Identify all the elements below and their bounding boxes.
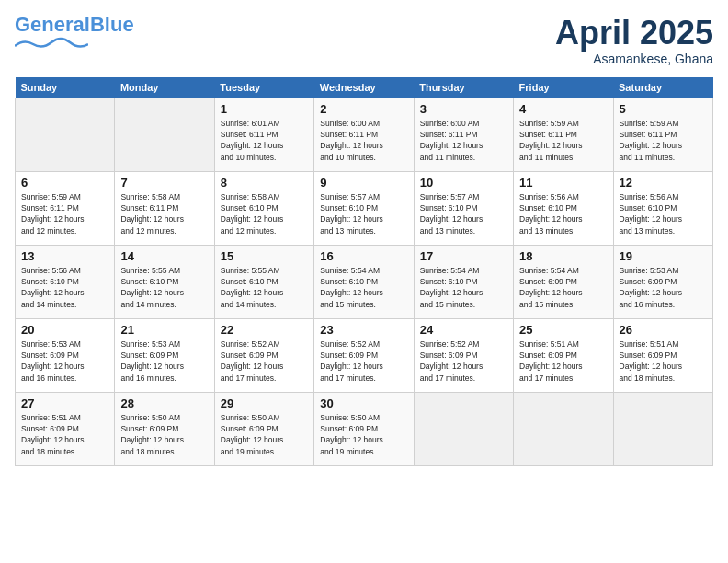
day-info: Sunrise: 5:52 AMSunset: 6:09 PMDaylight:…	[420, 339, 507, 384]
logo-general: General	[15, 13, 90, 36]
calendar-cell	[414, 392, 513, 465]
day-info: Sunrise: 5:51 AMSunset: 6:09 PMDaylight:…	[21, 412, 108, 457]
day-info: Sunrise: 6:00 AMSunset: 6:11 PMDaylight:…	[320, 118, 407, 163]
calendar-cell: 27Sunrise: 5:51 AMSunset: 6:09 PMDayligh…	[16, 392, 115, 465]
calendar-cell	[115, 98, 214, 171]
calendar-cell: 23Sunrise: 5:52 AMSunset: 6:09 PMDayligh…	[314, 318, 414, 392]
day-info: Sunrise: 5:50 AMSunset: 6:09 PMDaylight:…	[320, 412, 407, 457]
day-number: 15	[221, 249, 308, 263]
calendar-cell: 18Sunrise: 5:54 AMSunset: 6:09 PMDayligh…	[514, 245, 613, 318]
day-info: Sunrise: 5:59 AMSunset: 6:11 PMDaylight:…	[519, 118, 607, 163]
column-header-monday: Monday	[115, 77, 214, 98]
day-number: 18	[519, 249, 607, 263]
title-block: April 2025 Asamankese, Ghana	[555, 15, 713, 66]
day-number: 2	[320, 102, 407, 116]
day-info: Sunrise: 5:56 AMSunset: 6:10 PMDaylight:…	[519, 191, 607, 236]
day-number: 1	[221, 102, 308, 116]
calendar-cell: 16Sunrise: 5:54 AMSunset: 6:10 PMDayligh…	[314, 245, 414, 318]
page-header: GeneralBlue April 2025 Asamankese, Ghana	[15, 15, 713, 66]
day-number: 10	[420, 176, 507, 190]
calendar-cell: 24Sunrise: 5:52 AMSunset: 6:09 PMDayligh…	[414, 318, 513, 392]
location: Asamankese, Ghana	[555, 52, 713, 66]
day-info: Sunrise: 6:00 AMSunset: 6:11 PMDaylight:…	[420, 118, 507, 163]
week-row-2: 6Sunrise: 5:59 AMSunset: 6:11 PMDaylight…	[16, 171, 713, 245]
calendar-cell: 17Sunrise: 5:54 AMSunset: 6:10 PMDayligh…	[414, 245, 513, 318]
header-row: SundayMondayTuesdayWednesdayThursdayFrid…	[16, 77, 713, 98]
day-number: 8	[221, 176, 308, 190]
day-info: Sunrise: 5:58 AMSunset: 6:10 PMDaylight:…	[221, 191, 308, 236]
calendar-cell: 20Sunrise: 5:53 AMSunset: 6:09 PMDayligh…	[16, 318, 115, 392]
logo-blue: Blue	[90, 13, 134, 36]
logo: GeneralBlue	[15, 15, 134, 52]
day-info: Sunrise: 5:56 AMSunset: 6:10 PMDaylight:…	[620, 191, 707, 236]
day-info: Sunrise: 5:57 AMSunset: 6:10 PMDaylight:…	[420, 191, 507, 236]
calendar-cell: 22Sunrise: 5:52 AMSunset: 6:09 PMDayligh…	[214, 318, 313, 392]
calendar-cell: 25Sunrise: 5:51 AMSunset: 6:09 PMDayligh…	[514, 318, 613, 392]
week-row-3: 13Sunrise: 5:56 AMSunset: 6:10 PMDayligh…	[16, 245, 713, 318]
day-info: Sunrise: 5:52 AMSunset: 6:09 PMDaylight:…	[320, 339, 407, 384]
calendar-cell: 9Sunrise: 5:57 AMSunset: 6:10 PMDaylight…	[314, 171, 414, 245]
day-number: 20	[21, 323, 108, 337]
calendar-cell: 30Sunrise: 5:50 AMSunset: 6:09 PMDayligh…	[314, 392, 414, 465]
calendar-cell: 8Sunrise: 5:58 AMSunset: 6:10 PMDaylight…	[214, 171, 313, 245]
column-header-wednesday: Wednesday	[314, 77, 414, 98]
day-info: Sunrise: 5:50 AMSunset: 6:09 PMDaylight:…	[221, 412, 308, 457]
day-number: 26	[620, 323, 707, 337]
day-info: Sunrise: 5:54 AMSunset: 6:10 PMDaylight:…	[420, 265, 507, 310]
calendar-cell: 29Sunrise: 5:50 AMSunset: 6:09 PMDayligh…	[214, 392, 313, 465]
day-number: 13	[21, 249, 108, 263]
calendar-table: SundayMondayTuesdayWednesdayThursdayFrid…	[15, 77, 713, 466]
day-info: Sunrise: 5:57 AMSunset: 6:10 PMDaylight:…	[320, 191, 407, 236]
day-number: 14	[120, 249, 208, 263]
day-info: Sunrise: 5:53 AMSunset: 6:09 PMDaylight:…	[620, 265, 707, 310]
day-number: 23	[320, 323, 407, 337]
week-row-1: 1Sunrise: 6:01 AMSunset: 6:11 PMDaylight…	[16, 98, 713, 171]
day-number: 19	[620, 249, 707, 263]
day-info: Sunrise: 5:55 AMSunset: 6:10 PMDaylight:…	[120, 265, 208, 310]
day-info: Sunrise: 5:59 AMSunset: 6:11 PMDaylight:…	[21, 191, 108, 236]
day-number: 28	[120, 396, 208, 410]
calendar-cell: 6Sunrise: 5:59 AMSunset: 6:11 PMDaylight…	[16, 171, 115, 245]
day-number: 11	[519, 176, 607, 190]
day-number: 22	[221, 323, 308, 337]
day-info: Sunrise: 5:53 AMSunset: 6:09 PMDaylight:…	[21, 339, 108, 384]
calendar-cell	[514, 392, 613, 465]
day-info: Sunrise: 5:54 AMSunset: 6:09 PMDaylight:…	[519, 265, 607, 310]
day-number: 4	[519, 102, 607, 116]
calendar-cell: 7Sunrise: 5:58 AMSunset: 6:11 PMDaylight…	[115, 171, 214, 245]
day-number: 24	[420, 323, 507, 337]
calendar-cell: 11Sunrise: 5:56 AMSunset: 6:10 PMDayligh…	[514, 171, 613, 245]
calendar-cell: 26Sunrise: 5:51 AMSunset: 6:09 PMDayligh…	[613, 318, 712, 392]
calendar-cell: 1Sunrise: 6:01 AMSunset: 6:11 PMDaylight…	[214, 98, 313, 171]
week-row-5: 27Sunrise: 5:51 AMSunset: 6:09 PMDayligh…	[16, 392, 713, 465]
calendar-cell: 15Sunrise: 5:55 AMSunset: 6:10 PMDayligh…	[214, 245, 313, 318]
column-header-sunday: Sunday	[16, 77, 115, 98]
day-info: Sunrise: 5:51 AMSunset: 6:09 PMDaylight:…	[620, 339, 707, 384]
day-number: 21	[120, 323, 208, 337]
day-info: Sunrise: 5:58 AMSunset: 6:11 PMDaylight:…	[120, 191, 208, 236]
logo-wave-icon	[15, 35, 88, 52]
column-header-thursday: Thursday	[414, 77, 513, 98]
calendar-cell: 14Sunrise: 5:55 AMSunset: 6:10 PMDayligh…	[115, 245, 214, 318]
calendar-cell: 12Sunrise: 5:56 AMSunset: 6:10 PMDayligh…	[613, 171, 712, 245]
day-info: Sunrise: 5:52 AMSunset: 6:09 PMDaylight:…	[221, 339, 308, 384]
calendar-cell: 5Sunrise: 5:59 AMSunset: 6:11 PMDaylight…	[613, 98, 712, 171]
day-number: 17	[420, 249, 507, 263]
month-title: April 2025	[555, 15, 713, 52]
day-number: 12	[620, 176, 707, 190]
calendar-cell	[16, 98, 115, 171]
calendar-cell: 3Sunrise: 6:00 AMSunset: 6:11 PMDaylight…	[414, 98, 513, 171]
day-number: 5	[620, 102, 707, 116]
day-number: 30	[320, 396, 407, 410]
calendar-cell: 28Sunrise: 5:50 AMSunset: 6:09 PMDayligh…	[115, 392, 214, 465]
column-header-saturday: Saturday	[613, 77, 712, 98]
calendar-cell: 10Sunrise: 5:57 AMSunset: 6:10 PMDayligh…	[414, 171, 513, 245]
day-number: 9	[320, 176, 407, 190]
day-info: Sunrise: 5:51 AMSunset: 6:09 PMDaylight:…	[519, 339, 607, 384]
calendar-cell: 13Sunrise: 5:56 AMSunset: 6:10 PMDayligh…	[16, 245, 115, 318]
logo-text: GeneralBlue	[15, 15, 134, 35]
day-info: Sunrise: 5:53 AMSunset: 6:09 PMDaylight:…	[120, 339, 208, 384]
day-info: Sunrise: 5:55 AMSunset: 6:10 PMDaylight:…	[221, 265, 308, 310]
day-number: 16	[320, 249, 407, 263]
day-info: Sunrise: 5:56 AMSunset: 6:10 PMDaylight:…	[21, 265, 108, 310]
